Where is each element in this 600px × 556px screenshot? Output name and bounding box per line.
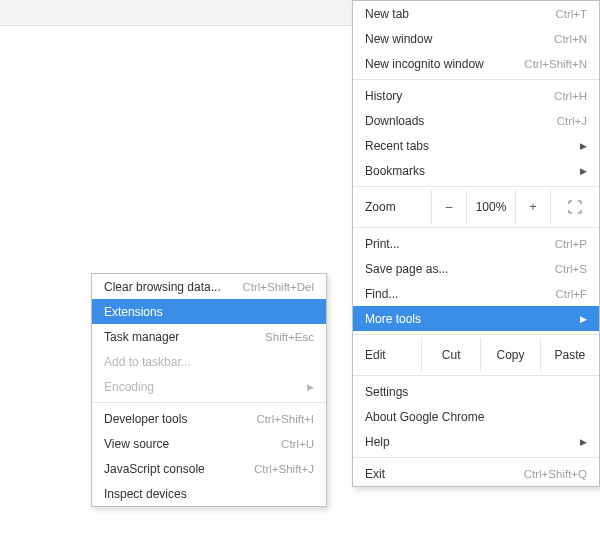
menu-item-shortcut: Ctrl+Shift+Q [524,468,587,480]
menu-item-new-tab[interactable]: New tab Ctrl+T [353,1,599,26]
menu-item-label: Extensions [104,305,163,319]
edit-row: Edit Cut Copy Paste [353,338,599,372]
submenu-arrow-icon: ▶ [580,437,587,447]
menu-item-label: Recent tabs [365,139,429,153]
zoom-in-button[interactable]: + [515,190,550,224]
menu-separator [353,457,599,458]
menu-item-label: Inspect devices [104,487,187,501]
menu-item-shortcut: Ctrl+J [557,115,587,127]
menu-item-label: New incognito window [365,57,484,71]
menu-separator [353,186,599,187]
menu-item-label: Encoding [104,380,154,394]
menu-item-label: Save page as... [365,262,448,276]
menu-item-shortcut: Ctrl+P [555,238,587,250]
more-tools-submenu: Clear browsing data... Ctrl+Shift+Del Ex… [91,273,327,507]
menu-item-label: New tab [365,7,409,21]
menu-item-shortcut: Ctrl+Shift+J [254,463,314,475]
menu-separator [353,334,599,335]
menu-item-shortcut: Ctrl+F [555,288,587,300]
menu-item-task-manager[interactable]: Task manager Shift+Esc [92,324,326,349]
menu-item-shortcut: Ctrl+T [555,8,587,20]
menu-item-exit[interactable]: Exit Ctrl+Shift+Q [353,461,599,486]
zoom-value: 100% [466,190,515,224]
menu-item-label: History [365,89,402,103]
menu-item-label: Task manager [104,330,179,344]
menu-item-find[interactable]: Find... Ctrl+F [353,281,599,306]
edit-label: Edit [353,338,421,372]
menu-item-shortcut: Ctrl+Shift+I [256,413,314,425]
menu-item-label: Downloads [365,114,424,128]
fullscreen-icon [568,200,582,214]
menu-item-clear-browsing-data[interactable]: Clear browsing data... Ctrl+Shift+Del [92,274,326,299]
menu-item-shortcut: Ctrl+U [281,438,314,450]
menu-item-recent-tabs[interactable]: Recent tabs ▶ [353,133,599,158]
menu-item-label: Help [365,435,390,449]
menu-item-downloads[interactable]: Downloads Ctrl+J [353,108,599,133]
menu-item-label: View source [104,437,169,451]
menu-item-shortcut: Ctrl+S [555,263,587,275]
menu-item-history[interactable]: History Ctrl+H [353,83,599,108]
menu-item-save-page-as[interactable]: Save page as... Ctrl+S [353,256,599,281]
copy-button[interactable]: Copy [480,338,539,372]
submenu-arrow-icon: ▶ [307,382,314,392]
menu-item-label: More tools [365,312,421,326]
menu-item-label: Bookmarks [365,164,425,178]
zoom-label: Zoom [353,190,431,224]
zoom-row: Zoom – 100% + [353,190,599,224]
submenu-arrow-icon: ▶ [580,141,587,151]
menu-item-extensions[interactable]: Extensions [92,299,326,324]
menu-item-about[interactable]: About Google Chrome [353,404,599,429]
menu-item-label: About Google Chrome [365,410,484,424]
menu-item-label: Exit [365,467,385,481]
menu-item-add-to-taskbar: Add to taskbar... [92,349,326,374]
menu-separator [353,79,599,80]
menu-item-print[interactable]: Print... Ctrl+P [353,231,599,256]
menu-item-label: Find... [365,287,398,301]
menu-item-view-source[interactable]: View source Ctrl+U [92,431,326,456]
menu-separator [353,227,599,228]
menu-item-shortcut: Ctrl+Shift+N [524,58,587,70]
menu-item-label: Print... [365,237,400,251]
menu-item-label: Settings [365,385,408,399]
menu-item-shortcut: Ctrl+H [554,90,587,102]
menu-item-help[interactable]: Help ▶ [353,429,599,454]
menu-item-more-tools[interactable]: More tools ▶ [353,306,599,331]
menu-item-inspect-devices[interactable]: Inspect devices [92,481,326,506]
menu-item-label: Add to taskbar... [104,355,191,369]
menu-item-new-incognito[interactable]: New incognito window Ctrl+Shift+N [353,51,599,76]
menu-item-developer-tools[interactable]: Developer tools Ctrl+Shift+I [92,406,326,431]
menu-separator [353,375,599,376]
menu-item-label: Developer tools [104,412,187,426]
menu-separator [92,402,326,403]
fullscreen-button[interactable] [550,190,599,224]
menu-item-shortcut: Ctrl+Shift+Del [242,281,314,293]
menu-item-settings[interactable]: Settings [353,379,599,404]
cut-button[interactable]: Cut [421,338,480,372]
menu-item-javascript-console[interactable]: JavaScript console Ctrl+Shift+J [92,456,326,481]
menu-item-label: New window [365,32,432,46]
submenu-arrow-icon: ▶ [580,166,587,176]
menu-item-shortcut: Ctrl+N [554,33,587,45]
chrome-main-menu: New tab Ctrl+T New window Ctrl+N New inc… [352,0,600,487]
menu-item-encoding[interactable]: Encoding ▶ [92,374,326,399]
menu-item-shortcut: Shift+Esc [265,331,314,343]
menu-item-label: Clear browsing data... [104,280,221,294]
paste-button[interactable]: Paste [540,338,599,372]
menu-item-new-window[interactable]: New window Ctrl+N [353,26,599,51]
submenu-arrow-icon: ▶ [580,314,587,324]
menu-item-label: JavaScript console [104,462,205,476]
zoom-out-button[interactable]: – [431,190,466,224]
menu-item-bookmarks[interactable]: Bookmarks ▶ [353,158,599,183]
